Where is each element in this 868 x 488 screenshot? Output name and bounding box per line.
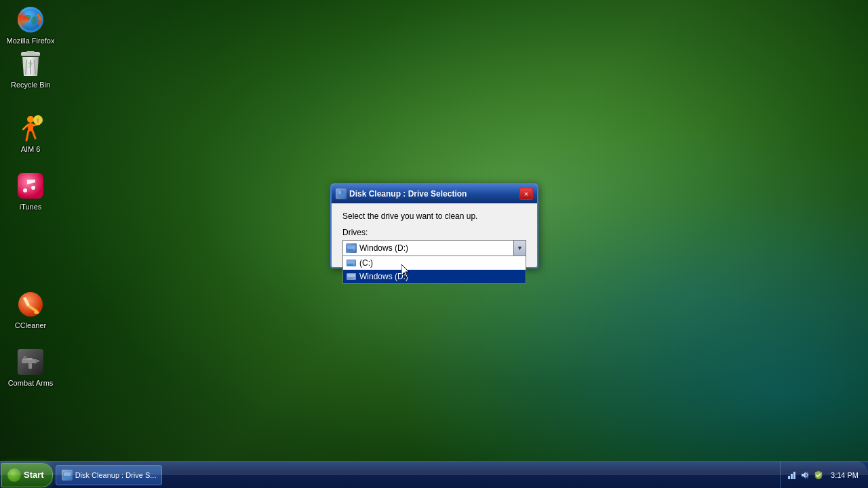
svg-point-8 <box>27 116 34 123</box>
svg-point-20 <box>338 190 341 195</box>
svg-rect-18 <box>28 363 32 369</box>
itunes-icon <box>17 172 44 199</box>
disk-cleanup-dialog: Disk Cleanup : Drive Selection × Select … <box>330 183 538 268</box>
firefox-icon <box>17 6 44 33</box>
dialog-description: Select the drive you want to clean up. <box>342 211 526 221</box>
dialog-titlebar: Disk Cleanup : Drive Selection × <box>332 184 537 203</box>
ccleaner-icon <box>17 291 44 318</box>
drives-select[interactable]: Windows (D:) ▼ <box>342 240 526 256</box>
svg-line-7 <box>35 60 35 75</box>
drives-select-wrapper: Windows (D:) ▼ (C:) <box>342 240 526 256</box>
desktop-icon-itunes[interactable]: iTunes <box>3 169 58 214</box>
drive-d-icon <box>346 272 357 281</box>
desktop-icon-aim[interactable]: ! AIM 6 <box>3 112 58 157</box>
svg-point-13 <box>34 311 39 314</box>
svg-rect-17 <box>35 360 39 362</box>
ccleaner-label: CCleaner <box>15 321 46 330</box>
svg-rect-11 <box>18 173 43 199</box>
svg-rect-22 <box>347 245 355 249</box>
svg-point-1 <box>22 14 32 22</box>
dialog-close-button[interactable]: × <box>519 188 533 200</box>
svg-rect-25 <box>347 260 355 264</box>
desktop: Mozilla Firefox <box>0 0 868 488</box>
recycle-bin-icon <box>17 50 44 77</box>
svg-point-0 <box>20 9 41 30</box>
drive-icon <box>346 243 357 253</box>
desktop-icon-recycle[interactable]: Recycle Bin <box>3 47 58 92</box>
start-orb-icon <box>7 468 21 482</box>
drive-option-c[interactable]: (C:) <box>343 256 526 270</box>
drive-c-label: (C:) <box>359 258 373 268</box>
svg-line-5 <box>26 60 26 75</box>
desktop-icon-combat-arms[interactable]: Combat Arms <box>3 346 58 390</box>
dialog-body: Select the drive you want to clean up. D… <box>332 203 537 267</box>
drive-d-label: Windows (D:) <box>359 272 408 281</box>
desktop-icon-ccleaner[interactable]: CCleaner <box>3 288 58 333</box>
dialog-titlebar-icon <box>336 188 347 199</box>
combat-arms-icon <box>17 348 44 375</box>
svg-point-2 <box>31 16 37 24</box>
taskbar: Start Disk Cleanup : Drive S... <box>0 461 868 488</box>
svg-rect-4 <box>26 51 35 54</box>
drive-option-d[interactable]: Windows (D:) <box>343 270 526 283</box>
dialog-title: Disk Cleanup : Drive Selection <box>349 189 517 199</box>
combat-arms-label: Combat Arms <box>8 378 54 388</box>
svg-point-26 <box>353 264 355 266</box>
dialog-drives-label: Drives: <box>342 228 526 237</box>
aim-icon: ! <box>17 115 44 142</box>
svg-point-29 <box>353 278 355 279</box>
selected-drive-value: Windows (D:) <box>359 243 511 253</box>
svg-rect-32 <box>788 476 790 479</box>
svg-text:!: ! <box>37 117 39 124</box>
drive-c-icon <box>346 258 357 268</box>
start-label: Start <box>24 470 44 480</box>
svg-point-23 <box>353 249 355 251</box>
select-dropdown-arrow[interactable]: ▼ <box>513 241 526 256</box>
start-button[interactable]: Start <box>1 463 53 487</box>
aim-label: AIM 6 <box>21 144 41 154</box>
firefox-label: Mozilla Firefox <box>7 36 55 45</box>
itunes-label: iTunes <box>20 202 42 211</box>
recycle-bin-label: Recycle Bin <box>11 80 50 89</box>
svg-rect-28 <box>347 274 355 277</box>
drive-dropdown-list: (C:) Windows (D:) <box>342 256 526 284</box>
desktop-icon-firefox[interactable]: Mozilla Firefox <box>3 3 58 48</box>
